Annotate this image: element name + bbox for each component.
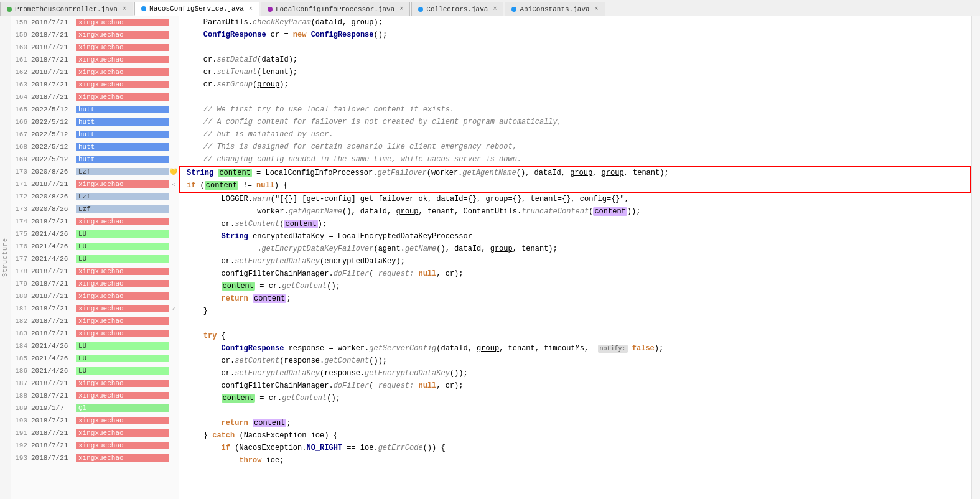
blame-row: 158 2018/7/21 xingxuechao <box>11 16 179 29</box>
code-line-177: cr.setEncryptedDataKey(encryptedDataKey)… <box>179 255 971 268</box>
code-line-179: content = cr.getContent(); <box>179 280 971 292</box>
blame-row: 173 2020/8/26 Lzf <box>11 203 179 215</box>
tab-collectors[interactable]: Collectors.java × <box>411 2 503 16</box>
code-line-173: worker.getAgentName(), dataId, group, te… <box>179 205 971 218</box>
blame-row: 167 2022/5/12 hutt <box>11 128 179 141</box>
tab-close-icon[interactable]: × <box>123 6 126 12</box>
tab-bar: PrometheusController.java × NacosConfigS… <box>0 0 980 16</box>
blame-row: 164 2018/7/21 xingxuechao <box>11 91 179 103</box>
blame-row: 193 2018/7/21 xingxuechao <box>11 452 179 464</box>
red-border-box: String content = LocalConfigInfoProcesso… <box>179 166 971 193</box>
code-line-188: content = cr.getContent(); <box>179 392 971 404</box>
blame-row: 172 2020/8/26 Lzf <box>11 190 179 203</box>
blame-row: 165 2022/5/12 hutt <box>11 103 179 116</box>
code-line-172: LOGGER.warn("[{}] [get-config] get failo… <box>179 193 971 205</box>
blame-row: 171 2018/7/21 xingxuechao ◁ <box>11 178 179 190</box>
blame-row: 175 2021/4/26 LU <box>11 228 179 240</box>
code-line-167: // but is maintained by user. <box>179 128 971 141</box>
blame-column: 158 2018/7/21 xingxuechao 159 2018/7/21 … <box>11 16 179 499</box>
tab-dot <box>7 7 12 12</box>
code-line-191: } catch (NacosException ioe) { <box>179 429 971 442</box>
scrollbar[interactable] <box>971 16 980 499</box>
blame-row: 168 2022/5/12 hutt <box>11 141 179 153</box>
blame-row: 186 2021/4/26 LU <box>11 365 179 377</box>
code-line-182 <box>179 317 971 330</box>
code-line-171: if (content != null) { <box>180 179 970 192</box>
blame-row: 162 2018/7/21 xingxuechao <box>11 66 179 78</box>
tab-dot <box>418 7 423 12</box>
blame-row: 177 2021/4/26 LU <box>11 253 179 265</box>
tab-dot <box>141 6 146 11</box>
tab-apiconstants[interactable]: ApiConstants.java × <box>505 2 605 16</box>
code-line-166: // A config content for failover is not … <box>179 116 971 128</box>
code-line-174: cr.setContent(content); <box>179 218 971 230</box>
code-line-160 <box>179 41 971 54</box>
structure-panel: Structure <box>0 16 11 499</box>
code-line-163: cr.setGroup(group); <box>179 78 971 91</box>
blame-row: 160 2018/7/21 xingxuechao <box>11 41 179 54</box>
blame-row: 166 2022/5/12 hutt <box>11 116 179 128</box>
blame-row: 189 2019/1/7 Ql <box>11 402 179 414</box>
code-area[interactable]: .code-line { padding-left: 10px; height:… <box>179 16 971 499</box>
tab-close-icon[interactable]: × <box>493 6 497 12</box>
code-line-186: cr.setEncryptedDataKey(response.getEncry… <box>179 367 971 380</box>
blame-row: 184 2021/4/26 LU <box>11 340 179 352</box>
code-line-185: cr.setContent(response.getContent()); <box>179 355 971 367</box>
code-line-164 <box>179 91 971 103</box>
blame-row: 180 2018/7/21 xingxuechao <box>11 290 179 302</box>
blame-row: 192 2018/7/21 xingxuechao <box>11 439 179 452</box>
code-line-161: cr.setDataId(dataId); <box>179 54 971 66</box>
code-line-180: return content; <box>179 292 971 305</box>
blame-row: 170 2020/8/26 Lzf 💛 <box>11 166 179 178</box>
code-line-175: String encryptedDataKey = LocalEncrypted… <box>179 230 971 243</box>
main-content: Structure 158 2018/7/21 xingxuechao 159 … <box>0 16 980 499</box>
code-line-158: ParamUtils.checkKeyParam(dataId, group); <box>179 16 971 29</box>
code-line-183: try { <box>179 330 971 342</box>
code-line-170: String content = LocalConfigInfoProcesso… <box>180 167 970 179</box>
blame-row: 163 2018/7/21 xingxuechao <box>11 78 179 91</box>
blame-row: 159 2018/7/21 xingxuechao <box>11 29 179 41</box>
code-line-190: return content; <box>179 417 971 429</box>
blame-row: 181 2018/7/21 xingxuechao ◁ <box>11 302 179 315</box>
tab-localconfiginfoprocessor[interactable]: LocalConfigInfoProcessor.java × <box>261 2 410 16</box>
tab-close-icon[interactable]: × <box>249 6 253 12</box>
blame-row: 191 2018/7/21 xingxuechao <box>11 427 179 439</box>
blame-row: 161 2018/7/21 xingxuechao <box>11 54 179 66</box>
tab-dot <box>268 7 273 12</box>
blame-row: 176 2021/4/26 LU <box>11 240 179 253</box>
blame-row: 188 2018/7/21 xingxuechao <box>11 389 179 402</box>
code-line-176: .getEncryptDataKeyFailover(agent.getName… <box>179 243 971 255</box>
code-line-168: // This is designed for certain scenario… <box>179 141 971 153</box>
blame-row: 183 2018/7/21 xingxuechao <box>11 327 179 340</box>
code-line-192: if (NacosException.NO_RIGHT == ioe.getEr… <box>179 442 971 454</box>
blame-row: 178 2018/7/21 xingxuechao <box>11 265 179 277</box>
structure-label: Structure <box>2 238 9 277</box>
code-line-178: configFilterChainManager.doFilter( reque… <box>179 268 971 280</box>
code-line-162: cr.setTenant(tenant); <box>179 66 971 78</box>
code-line-165: // We first try to use local failover co… <box>179 103 971 116</box>
tab-prometheuscontroller[interactable]: PrometheusController.java × <box>0 2 133 16</box>
code-line-193: throw ioe; <box>179 454 971 467</box>
code-line-181: } <box>179 305 971 317</box>
tab-nacosconfigservice[interactable]: NacosConfigService.java × <box>134 2 259 16</box>
blame-row: 187 2018/7/21 xingxuechao <box>11 377 179 389</box>
code-line-169: // changing config needed in the same ti… <box>179 153 971 166</box>
blame-row: 179 2018/7/21 xingxuechao <box>11 277 179 290</box>
code-line-189 <box>179 404 971 417</box>
tab-dot <box>511 7 516 12</box>
blame-row: 182 2018/7/21 xingxuechao <box>11 315 179 327</box>
code-line-187: configFilterChainManager.doFilter( reque… <box>179 380 971 392</box>
blame-row: 174 2018/7/21 xingxuechao <box>11 215 179 228</box>
code-line-184: ConfigResponse response = worker.getServ… <box>179 342 971 355</box>
tab-close-icon[interactable]: × <box>399 6 403 12</box>
blame-row: 190 2018/7/21 xingxuechao <box>11 414 179 427</box>
tab-close-icon[interactable]: × <box>595 6 599 12</box>
code-line-159: ConfigResponse cr = new ConfigResponse()… <box>179 29 971 41</box>
blame-row: 185 2021/4/26 LU <box>11 352 179 365</box>
blame-row: 169 2022/5/12 hutt <box>11 153 179 166</box>
